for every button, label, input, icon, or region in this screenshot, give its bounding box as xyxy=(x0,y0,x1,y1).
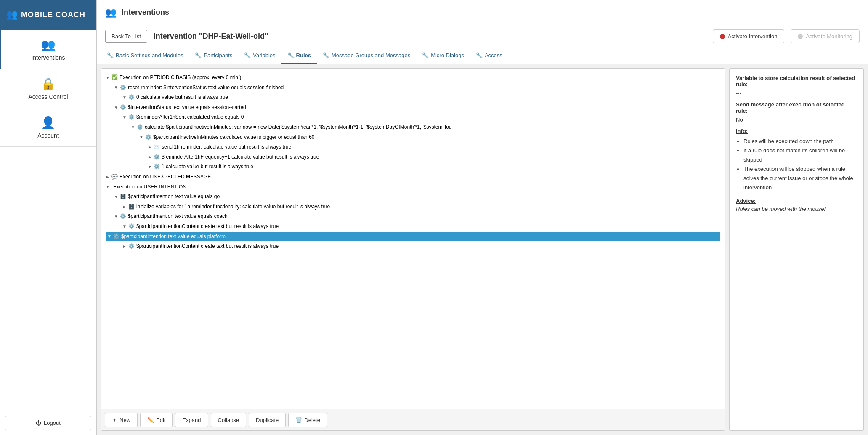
delete-label: Delete xyxy=(304,417,320,423)
tab-micro-dialogs-label: Micro Dialogs xyxy=(431,52,464,58)
text-1: Execution on PERIODIC BASIS (approx. eve… xyxy=(119,73,241,82)
tab-participants[interactable]: 🔧 Participants xyxy=(189,48,238,64)
icon-14: 🗄️ xyxy=(128,202,135,212)
icon-11: 💬 xyxy=(111,172,118,182)
tree-row-12[interactable]: ▼ Execution on USER INTENTION xyxy=(106,182,720,192)
tab-variables-label: Variables xyxy=(253,52,275,58)
tree-row-18[interactable]: ► ⚙️ $participantIntentionContent create… xyxy=(106,241,720,252)
icon-15: ⚙️ xyxy=(120,212,126,221)
info-item-1: Rules will be executed down the path xyxy=(743,137,857,146)
intervention-bar: Back To List Intervention "DHP-Eat-Well-… xyxy=(97,25,868,48)
info-panel: Variable to store calculation result of … xyxy=(729,68,864,431)
tab-access-label: Access xyxy=(485,52,502,58)
back-to-list-button[interactable]: Back To List xyxy=(105,30,147,43)
collapse-label: Collapse xyxy=(218,417,239,423)
delete-button[interactable]: 🗑️ Delete xyxy=(288,413,327,427)
text-17: $participantIntention text value equals … xyxy=(121,232,226,241)
edit-icon: ✏️ xyxy=(147,417,154,423)
tree-row-2[interactable]: ▼ ⚙️ reset-reminder: $interventionStatus… xyxy=(106,83,720,93)
tree-row-7[interactable]: ▼ ⚙️ $participantInactiveInMinutes calcu… xyxy=(106,133,720,143)
duplicate-label: Duplicate xyxy=(256,417,279,423)
sidebar-label-access-control: Access Control xyxy=(28,93,68,100)
info-item-2: If a rule does not match its children wi… xyxy=(743,146,857,164)
icon-1: ✅ xyxy=(111,73,118,82)
arrow-10: ▼ xyxy=(148,163,152,171)
tab-basic-settings[interactable]: 🔧 Basic Settings and Modules xyxy=(101,48,189,64)
tree-row-5[interactable]: ▼ ⚙️ $reminderAfter1hSent calculated val… xyxy=(106,112,720,122)
icon-8: ✉️ xyxy=(154,143,160,152)
duplicate-button[interactable]: Duplicate xyxy=(249,413,286,427)
expand-button[interactable]: Expand xyxy=(175,413,208,427)
arrow-5: ▼ xyxy=(122,114,127,121)
tab-participants-icon: 🔧 xyxy=(195,52,202,58)
sidebar-item-account[interactable]: 👤 Account xyxy=(0,108,96,147)
new-button[interactable]: ＋ New xyxy=(105,413,138,427)
top-header: 👥 Interventions xyxy=(97,0,868,25)
text-16: $participantIntentionContent create text… xyxy=(136,222,279,231)
tree-row-3[interactable]: ▼ ⚙️ 0 calculate value but result is alw… xyxy=(106,93,720,103)
access-control-icon: 🔒 xyxy=(41,77,56,91)
tree-row-17-selected[interactable]: ▼ ⚙️ $participantIntention text value eq… xyxy=(106,232,720,242)
sidebar: 👥 MOBILE COACH 👥 Interventions 🔒 Access … xyxy=(0,0,97,435)
info-label: Info: xyxy=(736,128,857,134)
tree-row-13[interactable]: ▼ 🗄️ $participantIntention text value eq… xyxy=(106,192,720,202)
rules-toolbar: ＋ New ✏️ Edit Expand Collapse Duplicate xyxy=(101,409,725,430)
logout-button[interactable]: ⏻ Logout xyxy=(5,416,91,430)
monitoring-label: Activate Monitoring xyxy=(806,33,852,40)
edit-button[interactable]: ✏️ Edit xyxy=(140,413,173,427)
activate-label: Activate Intervention xyxy=(728,33,778,40)
arrow-6: ▼ xyxy=(131,124,135,131)
text-6: calculate $participantInactiveInMinutes:… xyxy=(145,123,452,132)
sidebar-logout-area: ⏻ Logout xyxy=(0,411,96,435)
sidebar-item-interventions[interactable]: 👥 Interventions xyxy=(0,29,96,69)
arrow-4: ▼ xyxy=(114,104,118,111)
tree-row-10[interactable]: ▼ ⚙️ 1 calculate value but result is alw… xyxy=(106,162,720,172)
tab-message-groups-icon: 🔧 xyxy=(323,52,329,58)
tree-row-8[interactable]: ► ✉️ send 1h reminder: calculate value b… xyxy=(106,142,720,152)
text-13: $participantIntention text value equals … xyxy=(128,192,220,202)
arrow-12: ▼ xyxy=(106,183,110,191)
tree-row-15[interactable]: ▼ ⚙️ $participantIntention text value eq… xyxy=(106,212,720,222)
arrow-17: ▼ xyxy=(107,233,111,240)
tree-row-4[interactable]: ▼ ⚙️ $interventionStatus text value equa… xyxy=(106,103,720,113)
tree-row-1[interactable]: ▼ ✅ Execution on PERIODIC BASIS (approx.… xyxy=(106,73,720,83)
tree-row-14[interactable]: ► 🗄️ initialize variables for 1h reminde… xyxy=(106,202,720,212)
send-msg-value: No xyxy=(736,117,857,123)
tab-rules[interactable]: 🔧 Rules xyxy=(281,48,317,64)
tab-rules-label: Rules xyxy=(296,52,311,58)
arrow-9: ► xyxy=(148,154,152,161)
arrow-3: ▼ xyxy=(122,94,127,101)
intervention-title: Intervention "DHP-Eat-Well-old" xyxy=(154,32,706,41)
main-content: 👥 Interventions Back To List Interventio… xyxy=(97,0,868,435)
sidebar-label-interventions: Interventions xyxy=(31,54,65,61)
collapse-button[interactable]: Collapse xyxy=(211,413,247,427)
tab-message-groups[interactable]: 🔧 Message Groups and Messages xyxy=(317,48,416,64)
arrow-1: ▼ xyxy=(106,74,110,82)
tab-micro-dialogs[interactable]: 🔧 Micro Dialogs xyxy=(416,48,470,64)
monitoring-dot-icon xyxy=(798,34,803,39)
tab-variables[interactable]: 🔧 Variables xyxy=(238,48,281,64)
text-2: reset-reminder: $interventionStatus text… xyxy=(128,83,284,93)
activate-monitoring-button[interactable]: Activate Monitoring xyxy=(791,29,860,43)
text-11: Execution on UNEXPECTED MESSAGE xyxy=(119,172,211,182)
tree-row-11[interactable]: ► 💬 Execution on UNEXPECTED MESSAGE xyxy=(106,172,720,182)
icon-6: ⚙️ xyxy=(137,123,143,132)
new-label: New xyxy=(119,417,130,423)
arrow-2: ▼ xyxy=(114,84,118,91)
tree-row-16[interactable]: ▼ ⚙️ $participantIntentionContent create… xyxy=(106,222,720,232)
send-msg-title: Send message after execution of selected… xyxy=(736,101,857,114)
arrow-16: ▼ xyxy=(122,223,127,231)
text-7: $participantInactiveInMinutes calculated… xyxy=(153,133,315,142)
logo-icon: 👥 xyxy=(6,9,18,20)
info-item-3: The execution will be stopped when a rul… xyxy=(743,164,857,192)
tab-rules-icon: 🔧 xyxy=(287,52,294,58)
arrow-18: ► xyxy=(122,243,127,250)
tree-row-9[interactable]: ► ⚙️ $reminderAfter1hFrequency+1 calcula… xyxy=(106,152,720,162)
tab-access[interactable]: 🔧 Access xyxy=(470,48,508,64)
activate-intervention-button[interactable]: Activate Intervention xyxy=(713,29,785,43)
tree-row-6[interactable]: ▼ ⚙️ calculate $participantInactiveInMin… xyxy=(106,122,720,133)
text-10: 1 calculate value but result is always t… xyxy=(162,162,253,172)
sidebar-item-access-control[interactable]: 🔒 Access Control xyxy=(0,69,96,108)
icon-4: ⚙️ xyxy=(120,103,126,112)
text-15: $participantIntention text value equals … xyxy=(128,212,228,221)
